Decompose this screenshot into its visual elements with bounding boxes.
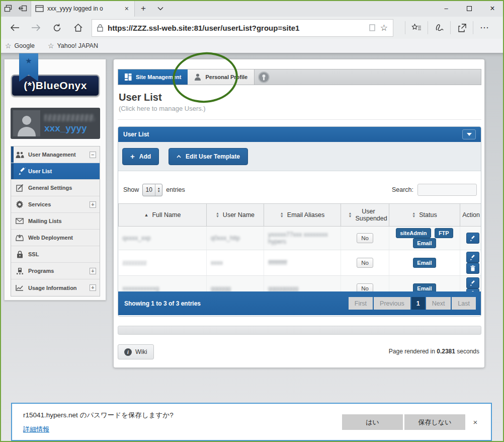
sidebar-item-label: SSL [28,251,39,257]
lock-icon [97,24,103,32]
pagination-previous[interactable]: Previous [374,297,410,310]
page-subtitle[interactable]: (Click here to manage Users.) [119,105,206,112]
sidebar-item-label: User Management [28,152,76,158]
email-aliases-redacted: ffffffffffff [268,259,337,266]
sidebar-item-usage-information[interactable]: Usage Information + [11,279,100,296]
yes-button[interactable]: はい [342,414,403,430]
user-card[interactable]: xxx_yyyy [11,108,100,139]
full-name-redacted: zzzzzzzz [123,259,147,266]
tab-title: xxx_yyyy logged in o [47,5,120,12]
wiki-button[interactable]: i Wiki [118,344,154,359]
user-name-redacted: q0xxx_http [211,235,240,242]
edit-user-button[interactable] [466,277,479,288]
tab-preview-icon[interactable] [2,2,15,15]
bookmark-yahoo-japan[interactable]: ☆ Yahoo! JAPAN [48,42,98,50]
table-row[interactable]: qxxxx_xxp q0xxx_http yxxxxx77xxx xxxxxxx… [119,227,482,250]
divider [118,119,481,120]
main-content-card: Site Management Personal Profile User Li… [113,59,485,368]
header-email-aliases[interactable]: ▲▼Email Aliases [264,204,341,227]
logout-icon[interactable] [258,71,270,83]
user-info: xxx_yyyy [40,113,98,134]
grid-icon [125,73,132,81]
table-row[interactable]: zzzzzzzz xxxx ffffffffffff No Email [119,250,482,276]
header-user-suspended[interactable]: ▲▼User Suspended [341,204,389,227]
sidebar-item-web-deployment[interactable]: Web Deployment [11,230,100,246]
browser-tab[interactable]: xxx_yyyy logged in o × [31,0,135,17]
sort-icon: ▲▼ [412,212,415,218]
sidebar-item-programs[interactable]: Programs + [11,263,100,279]
dialog-close-icon[interactable]: × [467,414,484,430]
pagination: First Previous 1 Next Last [348,297,476,310]
users-icon [11,152,28,158]
home-button[interactable] [67,18,89,38]
url-text[interactable]: https://ZZZ.ssl-web.site:81/user/userLis… [108,24,364,32]
padlock-icon [11,251,28,258]
url-bar[interactable]: https://ZZZ.ssl-web.site:81/user/userLis… [92,19,393,37]
new-tab-button[interactable]: + [135,0,152,17]
search-label: Search: [392,186,413,193]
collapse-panel-button[interactable] [462,129,476,139]
back-button[interactable] [4,18,25,38]
user-name-redacted: gggggg [211,285,231,292]
collapse-box[interactable]: − [90,152,96,158]
sort-asc-icon: ▲ [144,212,149,217]
minimize-button[interactable]: – [435,0,458,17]
window-controls: – × [435,0,504,17]
page-viewport: ★ (*)BlueOnyx xxx_yyyy User Management − [0,53,504,442]
info-icon: i [124,348,132,356]
page-size-spinner[interactable]: 10 ▲▼ [142,184,162,196]
dont-save-button[interactable]: 保存しない [404,414,465,430]
refresh-button[interactable] [46,18,67,38]
tab-personal-profile[interactable]: Personal Profile [188,69,255,85]
email-aliases-redacted: yxxxxx77xxx xxxxxxxx [268,231,337,238]
window-close-button[interactable]: × [481,0,504,17]
spinner-arrows-icon[interactable]: ▲▼ [155,184,162,196]
delete-user-button[interactable] [466,263,479,274]
search-input[interactable] [417,184,477,196]
favorite-star-icon[interactable]: ☆ [380,23,388,33]
expand-box[interactable]: + [90,268,96,274]
sidebar-item-label: Mailing Lists [28,218,62,224]
details-link[interactable]: 詳細情報 [23,425,49,434]
header-full-name[interactable]: ▲Full Name [119,204,207,227]
forward-button[interactable] [25,18,46,38]
pagination-first[interactable]: First [349,297,373,310]
tab-label: Personal Profile [205,74,247,80]
edit-user-button[interactable] [466,252,479,263]
edit-user-button[interactable] [466,233,479,244]
add-button[interactable]: + Add [122,148,159,165]
pagination-next[interactable]: Next [426,297,451,310]
edit-user-template-button[interactable]: Edit User Template [169,148,248,165]
maximize-button[interactable] [458,0,481,17]
sidebar-item-mailing-lists[interactable]: Mailing Lists [11,213,100,230]
pagination-last[interactable]: Last [452,297,476,310]
web-note-ink-icon[interactable] [429,18,450,38]
tab-list-chevron-icon[interactable] [152,0,169,17]
sidebar-item-user-management[interactable]: User Management − [11,146,100,163]
bookmark-google[interactable]: ☆ Google [5,42,35,50]
more-options-icon[interactable]: ⋯ [474,18,495,38]
hub-favorites-icon[interactable] [406,18,427,38]
reading-view-icon[interactable] [369,24,376,31]
sort-icon: ▲▼ [349,212,352,218]
render-time-text: Page rendered in 0.2381 seconds [389,348,479,355]
tab-site-management[interactable]: Site Management [118,69,188,85]
tab-close-icon[interactable]: × [123,5,130,13]
sidebar-item-label: Programs [28,268,54,274]
share-icon[interactable] [451,18,472,38]
sidebar-item-user-list[interactable]: User List [11,163,100,180]
sidebar-item-general-settings[interactable]: General Settings [11,180,100,196]
header-status[interactable]: ▲▼Status [389,204,460,227]
set-tabs-aside-icon[interactable] [16,2,29,15]
header-user-name[interactable]: ▲▼User Name [207,204,264,227]
sidebar-item-ssl[interactable]: SSL [11,246,100,263]
sort-icon: ▲▼ [280,212,284,218]
render-time-value: 0.2381 [437,348,455,355]
pagination-page-1[interactable]: 1 [411,297,425,310]
table-controls: Show 10 ▲▼ entries Search: [118,182,481,197]
expand-box[interactable]: + [90,201,96,208]
expand-box[interactable]: + [90,284,96,291]
table-header-row: ▲Full Name ▲▼User Name ▲▼Email Aliases ▲… [119,204,482,227]
sidebar-item-services[interactable]: Services + [11,196,100,213]
sort-icon: ▲▼ [216,212,219,218]
